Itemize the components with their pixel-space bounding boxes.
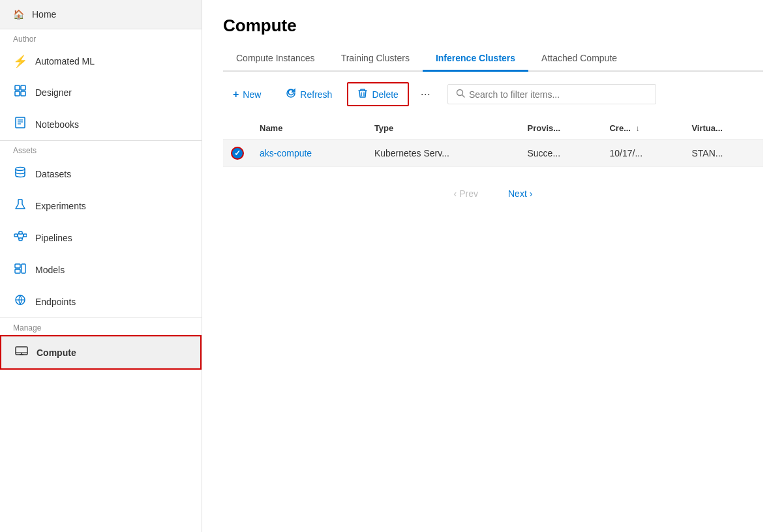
sidebar: 🏠 Home Author ⚡ Automated ML Designer bbox=[0, 0, 202, 532]
sidebar-experiments-label: Experiments bbox=[35, 201, 86, 211]
search-box[interactable] bbox=[447, 84, 656, 104]
table-header-name: Name bbox=[252, 117, 367, 140]
sidebar-item-compute[interactable]: Compute bbox=[0, 335, 202, 370]
sidebar-pipelines-label: Pipelines bbox=[35, 233, 72, 243]
prev-button[interactable]: ‹ Prev bbox=[442, 183, 490, 205]
manage-section-label: Manage bbox=[0, 318, 202, 335]
delete-button-label: Delete bbox=[372, 89, 398, 100]
home-icon: 🏠 bbox=[13, 9, 24, 20]
models-icon bbox=[13, 261, 27, 278]
sidebar-item-pipelines[interactable]: Pipelines bbox=[0, 222, 202, 254]
svg-rect-3 bbox=[21, 91, 25, 96]
svg-rect-1 bbox=[21, 85, 25, 90]
sidebar-item-designer[interactable]: Designer bbox=[0, 76, 202, 108]
sidebar-compute-label: Compute bbox=[37, 347, 76, 358]
table-header-type: Type bbox=[367, 117, 520, 140]
toolbar: + New Refresh Delete ··· bbox=[223, 82, 763, 106]
automated-ml-icon: ⚡ bbox=[13, 54, 27, 68]
refresh-button-label: Refresh bbox=[300, 89, 332, 100]
refresh-button[interactable]: Refresh bbox=[276, 83, 342, 106]
row-type-cell: Kubernetes Serv... bbox=[367, 140, 520, 167]
table-header-checkbox bbox=[223, 117, 252, 140]
svg-rect-10 bbox=[14, 234, 18, 237]
notebooks-icon bbox=[13, 116, 27, 132]
table-header-provisioning: Provis... bbox=[520, 117, 602, 140]
data-table: Name Type Provis... Cre... ↓ Virtua... bbox=[223, 117, 763, 167]
svg-rect-13 bbox=[23, 234, 27, 237]
datasets-icon bbox=[13, 166, 27, 182]
row-provisioning-cell: Succe... bbox=[520, 140, 602, 167]
compute-icon bbox=[14, 344, 29, 361]
endpoints-icon bbox=[13, 293, 27, 310]
sidebar-automated-ml-label: Automated ML bbox=[35, 56, 95, 66]
svg-point-8 bbox=[16, 168, 25, 171]
row-virtual-cell: STAN... bbox=[684, 140, 763, 167]
sidebar-designer-label: Designer bbox=[35, 87, 72, 98]
chevron-right-icon: › bbox=[530, 188, 533, 199]
chevron-left-icon: ‹ bbox=[454, 188, 457, 199]
table-header-virtual: Virtua... bbox=[684, 117, 763, 140]
search-icon bbox=[456, 89, 465, 100]
sidebar-item-experiments[interactable]: Experiments bbox=[0, 190, 202, 222]
tabs-container: Compute Instances Training Clusters Infe… bbox=[223, 46, 763, 72]
checkbox-checked-icon bbox=[231, 147, 244, 160]
row-name-link[interactable]: aks-compute bbox=[260, 148, 312, 158]
table-header-created[interactable]: Cre... ↓ bbox=[601, 117, 684, 140]
plus-icon: + bbox=[233, 89, 239, 100]
page-title: Compute bbox=[223, 16, 763, 36]
sidebar-endpoints-label: Endpoints bbox=[35, 297, 76, 307]
more-options-icon: ··· bbox=[421, 87, 430, 100]
svg-rect-2 bbox=[15, 91, 20, 96]
new-button-label: New bbox=[243, 89, 261, 100]
prev-button-label: Prev bbox=[459, 188, 478, 199]
more-options-button[interactable]: ··· bbox=[414, 83, 437, 106]
pagination: ‹ Prev Next › bbox=[223, 183, 763, 205]
row-checkbox-cell[interactable] bbox=[223, 140, 252, 167]
sidebar-item-models[interactable]: Models bbox=[0, 254, 202, 286]
sidebar-item-datasets[interactable]: Datasets bbox=[0, 158, 202, 190]
svg-line-28 bbox=[462, 95, 464, 98]
designer-icon bbox=[13, 84, 27, 100]
svg-line-17 bbox=[22, 235, 23, 239]
row-name-cell: aks-compute bbox=[252, 140, 367, 167]
sort-icon: ↓ bbox=[636, 124, 640, 133]
svg-line-15 bbox=[18, 235, 19, 239]
sidebar-notebooks-label: Notebooks bbox=[35, 119, 79, 130]
new-button[interactable]: + New bbox=[223, 83, 271, 106]
svg-rect-18 bbox=[15, 264, 20, 268]
row-created-cell: 10/17/... bbox=[601, 140, 684, 167]
search-input[interactable] bbox=[469, 89, 648, 100]
svg-rect-19 bbox=[15, 269, 20, 273]
svg-rect-4 bbox=[16, 117, 25, 128]
tab-compute-instances[interactable]: Compute Instances bbox=[223, 46, 328, 72]
next-button[interactable]: Next › bbox=[496, 183, 545, 205]
delete-button[interactable]: Delete bbox=[347, 82, 408, 106]
author-section-label: Author bbox=[0, 29, 202, 46]
svg-rect-12 bbox=[19, 238, 22, 241]
sidebar-models-label: Models bbox=[35, 265, 65, 275]
assets-section-label: Assets bbox=[0, 140, 202, 158]
sidebar-home-label: Home bbox=[32, 9, 56, 20]
refresh-icon bbox=[286, 88, 296, 100]
tab-inference-clusters[interactable]: Inference Clusters bbox=[423, 46, 528, 72]
experiments-icon bbox=[13, 198, 27, 214]
sidebar-item-notebooks[interactable]: Notebooks bbox=[0, 108, 202, 140]
svg-rect-11 bbox=[19, 231, 22, 234]
tab-training-clusters[interactable]: Training Clusters bbox=[328, 46, 423, 72]
delete-icon bbox=[357, 88, 368, 100]
svg-rect-20 bbox=[22, 264, 25, 273]
tab-attached-compute[interactable]: Attached Compute bbox=[528, 46, 630, 72]
sidebar-datasets-label: Datasets bbox=[35, 169, 71, 179]
sidebar-item-home[interactable]: 🏠 Home bbox=[0, 0, 202, 29]
next-button-label: Next bbox=[508, 188, 527, 199]
sidebar-item-endpoints[interactable]: Endpoints bbox=[0, 286, 202, 318]
sidebar-item-automated-ml[interactable]: ⚡ Automated ML bbox=[0, 46, 202, 76]
pipelines-icon bbox=[13, 229, 27, 246]
svg-rect-0 bbox=[15, 85, 20, 90]
main-content: Compute Compute Instances Training Clust… bbox=[202, 0, 784, 532]
table-row[interactable]: aks-compute Kubernetes Serv... Succe... … bbox=[223, 140, 763, 167]
